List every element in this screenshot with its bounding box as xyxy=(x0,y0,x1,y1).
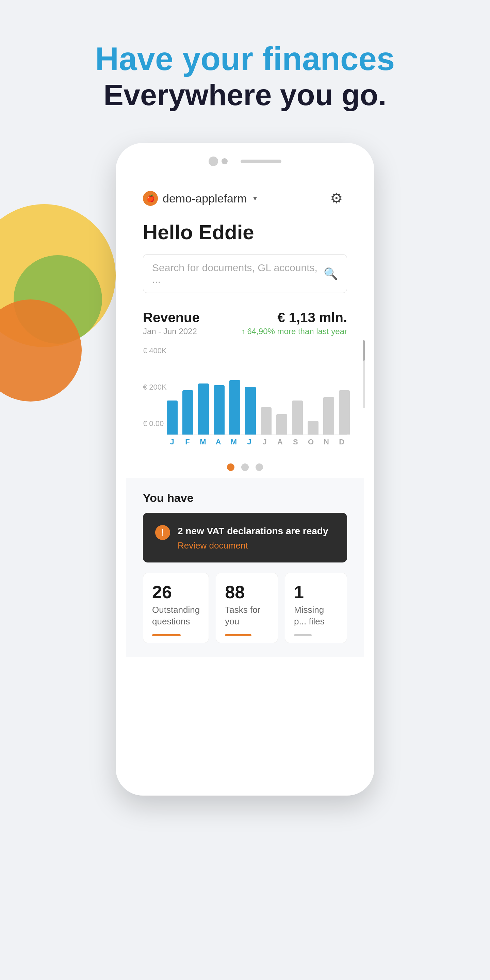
bar-oct xyxy=(308,421,318,434)
account-selector[interactable]: 🍎 demo-applefarm ▾ xyxy=(143,191,257,206)
chart-y-axis: € 400K € 200K € 0.00 xyxy=(143,347,167,428)
phone-mockup: 🍎 demo-applefarm ▾ ⚙ Hello Eddie Search … xyxy=(116,143,374,795)
pagination-dots xyxy=(126,463,364,471)
phone-screen: 🍎 demo-applefarm ▾ ⚙ Hello Eddie Search … xyxy=(126,173,364,785)
revenue-title: Revenue xyxy=(143,310,200,325)
y-label-200k: € 200K xyxy=(143,383,167,392)
x-label-j3: J xyxy=(259,438,270,447)
phone-camera xyxy=(208,156,218,166)
revenue-change-text: 64,90% more than last year xyxy=(247,327,347,336)
y-label-400k: € 400K xyxy=(143,347,167,355)
revenue-change: ↑ 64,90% more than last year xyxy=(242,327,347,336)
vat-text: 2 new VAT declarations are ready Review … xyxy=(178,524,335,551)
x-label-m2: M xyxy=(228,438,239,447)
x-label-n: N xyxy=(321,438,331,447)
x-label-s: S xyxy=(290,438,301,447)
phone-dot xyxy=(221,158,228,164)
y-label-0: € 0.00 xyxy=(143,419,167,428)
you-have-title: You have xyxy=(143,492,347,504)
pagination-dot-2[interactable] xyxy=(241,463,249,471)
search-icon: 🔍 xyxy=(324,267,338,280)
bar-aug xyxy=(276,414,287,434)
stat-indicator-tasks xyxy=(225,634,251,636)
bar-nov xyxy=(323,397,334,434)
pagination-dot-3[interactable] xyxy=(256,463,263,471)
stat-card-questions[interactable]: 26 Outstanding questions xyxy=(143,573,209,643)
scroll-thumb xyxy=(363,340,365,361)
x-label-j2: J xyxy=(244,438,255,447)
trend-up-icon: ↑ xyxy=(242,327,245,336)
bar-may xyxy=(229,380,240,434)
x-label-a2: A xyxy=(275,438,285,447)
search-bar[interactable]: Search for documents, GL accounts, ... 🔍 xyxy=(143,254,347,293)
stat-card-tasks[interactable]: 88 Tasks for you xyxy=(216,573,278,643)
revenue-section: Revenue Jan - Jun 2022 € 1,13 mln. ↑ 64,… xyxy=(126,307,364,336)
scroll-indicator[interactable] xyxy=(363,340,365,408)
account-name: demo-applefarm xyxy=(163,192,247,205)
account-icon: 🍎 xyxy=(143,191,158,206)
stat-card-missing[interactable]: 1 Missing p... files xyxy=(285,573,347,643)
phone-top-bar xyxy=(126,153,364,166)
stat-number-tasks: 88 xyxy=(225,583,269,601)
stat-number-missing: 1 xyxy=(294,583,338,601)
settings-icon[interactable]: ⚙ xyxy=(330,190,347,207)
hero-line1: Have your finances xyxy=(0,41,490,77)
revenue-amount: € 1,13 mln. xyxy=(242,310,347,325)
x-label-j1: J xyxy=(167,438,177,447)
phone-speaker xyxy=(240,159,282,163)
bar-sep xyxy=(292,401,303,434)
bar-jul xyxy=(261,407,272,434)
hero-line2: Everywhere you go. xyxy=(0,77,490,113)
hero-header: Have your finances Everywhere you go. xyxy=(0,41,490,113)
x-label-m1: M xyxy=(198,438,208,447)
greeting-text: Hello Eddie xyxy=(126,214,364,254)
stats-grid: 26 Outstanding questions 88 Tasks for yo… xyxy=(143,573,347,643)
x-label-a1: A xyxy=(213,438,224,447)
stat-label-questions: Outstanding questions xyxy=(152,605,200,627)
stat-indicator-missing xyxy=(294,634,312,636)
bar-feb xyxy=(182,390,193,434)
chevron-down-icon: ▾ xyxy=(253,194,257,203)
bar-apr xyxy=(214,385,224,434)
bar-mar xyxy=(198,383,209,434)
stat-label-tasks: Tasks for you xyxy=(225,605,269,627)
you-have-section: You have ! 2 new VAT declarations are re… xyxy=(126,478,364,657)
stat-number-questions: 26 xyxy=(152,583,200,601)
stat-label-missing: Missing p... files xyxy=(294,605,338,627)
revenue-period: Jan - Jun 2022 xyxy=(143,327,200,336)
vat-notification[interactable]: ! 2 new VAT declarations are ready Revie… xyxy=(143,513,347,563)
vat-review-link[interactable]: Review document xyxy=(178,540,335,551)
bar-jun xyxy=(245,387,256,434)
search-placeholder: Search for documents, GL accounts, ... xyxy=(152,262,324,285)
x-label-o: O xyxy=(305,438,316,447)
revenue-chart: € 400K € 200K € 0.00 xyxy=(126,336,364,450)
stat-indicator-questions xyxy=(152,634,181,636)
bar-jan xyxy=(167,401,178,434)
chart-bars xyxy=(167,347,347,435)
chart-x-axis: J F M A M J J A S O N D xyxy=(167,438,347,447)
app-header: 🍎 demo-applefarm ▾ ⚙ xyxy=(126,173,364,214)
bar-dec xyxy=(339,390,350,434)
x-label-d: D xyxy=(337,438,347,447)
x-label-f: F xyxy=(182,438,192,447)
pagination-dot-1[interactable] xyxy=(227,463,234,471)
alert-icon: ! xyxy=(155,525,170,540)
vat-message: 2 new VAT declarations are ready xyxy=(178,524,335,538)
